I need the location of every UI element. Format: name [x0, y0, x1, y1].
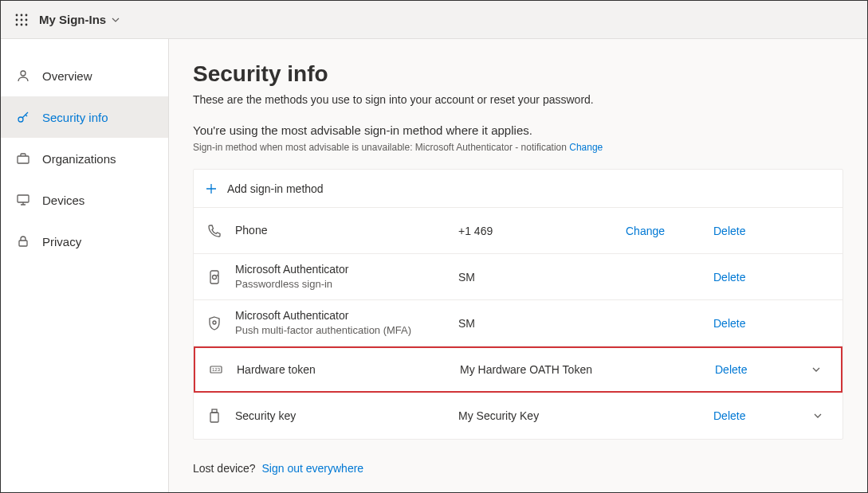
change-link[interactable]: Change [626, 225, 665, 237]
method-name: Hardware token [237, 362, 460, 378]
delete-link[interactable]: Delete [713, 317, 745, 330]
svg-point-3 [16, 18, 18, 21]
method-row-hardware-token[interactable]: 123 Hardware token My Hardware OATH Toke… [194, 346, 842, 393]
page-title: Security info [193, 61, 843, 87]
svg-point-15 [213, 275, 217, 279]
svg-point-9 [21, 71, 26, 76]
method-row-phone: Phone +1 469 Change Delete [194, 208, 842, 254]
advisable-heading: You're using the most advisable sign-in … [193, 123, 843, 137]
svg-text:123: 123 [212, 367, 221, 372]
method-detail: My Hardware OATH Token [460, 363, 627, 376]
method-sub: Push multi-factor authentication (MFA) [235, 323, 458, 338]
sidebar-item-label: Organizations [42, 152, 116, 166]
svg-point-2 [26, 14, 28, 16]
methods-panel: Add sign-in method Phone +1 469 Change D… [193, 169, 843, 440]
sidebar-item-organizations[interactable]: Organizations [1, 138, 168, 179]
method-detail: My Security Key [458, 409, 626, 422]
svg-point-16 [213, 321, 216, 324]
method-row-authenticator-push: Microsoft Authenticator Push multi-facto… [194, 300, 842, 346]
advisable-change-link[interactable]: Change [569, 142, 603, 153]
key-icon [15, 109, 31, 125]
svg-point-8 [26, 23, 28, 25]
sidebar-item-label: Security info [42, 111, 108, 124]
usb-key-icon [206, 408, 235, 424]
method-row-authenticator-passwordless: Microsoft Authenticator Passwordless sig… [194, 254, 842, 300]
add-method-label: Add sign-in method [227, 182, 324, 195]
lost-device-row: Lost device? Sign out everywhere [193, 462, 843, 475]
method-sub: Passwordless sign-in [235, 277, 458, 291]
main-content: Security info These are the methods you … [169, 39, 867, 492]
sidebar-item-label: Devices [42, 194, 84, 207]
method-name: Microsoft Authenticator [235, 308, 458, 323]
sidebar-item-devices[interactable]: Devices [1, 179, 168, 221]
waffle-icon [15, 14, 28, 26]
brand-label: My Sign-Ins [39, 13, 106, 26]
delete-link[interactable]: Delete [713, 271, 745, 284]
sidebar-item-label: Privacy [42, 235, 81, 248]
brand-dropdown[interactable]: My Sign-Ins [39, 13, 120, 26]
chevron-down-icon[interactable] [811, 364, 822, 375]
authenticator-icon [206, 269, 235, 285]
authenticator-shield-icon [206, 315, 235, 331]
delete-link[interactable]: Delete [715, 363, 747, 376]
svg-rect-13 [19, 241, 27, 246]
svg-point-0 [16, 14, 18, 16]
app-header: My Sign-Ins [1, 1, 867, 39]
briefcase-icon [15, 151, 31, 166]
method-name: Security key [235, 409, 458, 424]
method-detail: +1 469 [458, 225, 626, 237]
app-launcher-button[interactable] [10, 9, 33, 31]
svg-rect-20 [210, 413, 218, 422]
sidebar-item-security-info[interactable]: Security info [1, 96, 168, 138]
person-icon [15, 68, 31, 84]
svg-point-1 [21, 14, 23, 16]
svg-rect-12 [18, 195, 29, 202]
svg-rect-11 [18, 156, 29, 163]
plus-icon [205, 182, 218, 195]
chevron-down-icon[interactable] [812, 410, 823, 421]
add-sign-in-method-button[interactable]: Add sign-in method [194, 170, 842, 208]
sign-out-everywhere-link[interactable]: Sign out everywhere [262, 462, 364, 475]
sidebar-item-overview[interactable]: Overview [1, 55, 168, 96]
monitor-icon [15, 192, 31, 208]
svg-point-4 [21, 18, 23, 21]
method-detail: SM [458, 317, 626, 330]
sidebar-item-label: Overview [42, 69, 92, 83]
method-row-security-key[interactable]: Security key My Security Key Delete [194, 393, 842, 439]
page-subtitle: These are the methods you use to sign in… [193, 93, 843, 106]
delete-link[interactable]: Delete [713, 225, 745, 237]
chevron-down-icon [111, 15, 120, 25]
method-name: Microsoft Authenticator [235, 262, 458, 277]
sidebar-item-privacy[interactable]: Privacy [1, 221, 168, 262]
svg-point-5 [26, 18, 28, 21]
sidebar: Overview Security info Organizations Dev… [1, 39, 169, 492]
method-name: Phone [235, 223, 458, 238]
phone-icon [206, 223, 235, 239]
svg-rect-14 [210, 271, 218, 284]
delete-link[interactable]: Delete [713, 409, 745, 422]
hardware-token-icon: 123 [208, 362, 237, 378]
svg-point-6 [16, 23, 18, 25]
advisable-subtext: Sign-in method when most advisable is un… [193, 142, 843, 153]
lock-icon [15, 233, 31, 249]
method-detail: SM [458, 271, 626, 284]
svg-point-7 [21, 23, 23, 25]
